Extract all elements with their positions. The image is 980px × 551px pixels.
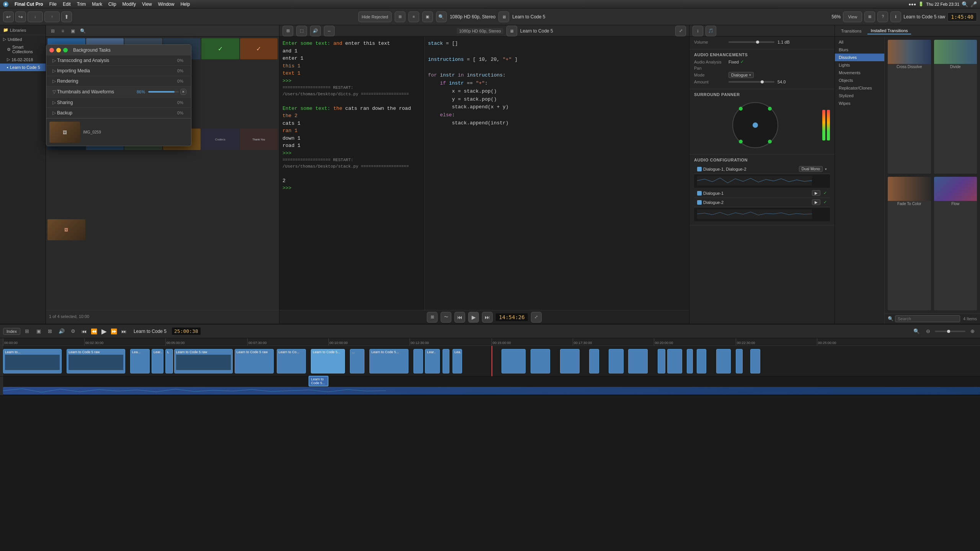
- clip-7[interactable]: Learn to Code 5 raw: [235, 349, 274, 373]
- audio-format-0[interactable]: Dual Mono: [799, 166, 823, 172]
- clip-20[interactable]: [609, 349, 623, 373]
- library-item-smart-collections[interactable]: ⚙ Smart Collections: [0, 43, 46, 55]
- audio-analysis-icon[interactable]: ✓: [740, 59, 744, 64]
- browser-thumb-6[interactable]: ✓: [240, 38, 278, 59]
- view-button[interactable]: View: [843, 11, 862, 22]
- viewer-expand-btn2[interactable]: ⤢: [531, 312, 542, 323]
- timeline-btn-5[interactable]: ⚙: [69, 327, 78, 336]
- clip-25[interactable]: [697, 349, 707, 373]
- clip-appearance-button[interactable]: ▣: [422, 11, 433, 22]
- library-item-learn[interactable]: ▪ Learn to Code 5: [0, 64, 46, 71]
- menu-edit[interactable]: Edit: [60, 1, 74, 8]
- monitor-button[interactable]: 🖥: [498, 11, 509, 22]
- close-button[interactable]: [49, 48, 54, 52]
- amount-slider-thumb[interactable]: [761, 80, 764, 83]
- index-button[interactable]: Index: [3, 328, 20, 335]
- mode-dropdown[interactable]: Dialogue ▾: [728, 72, 754, 78]
- browser-btn-1[interactable]: ⊞: [49, 27, 57, 35]
- volume-slider-thumb[interactable]: [756, 41, 759, 44]
- clip-23[interactable]: [667, 349, 682, 373]
- main-clips-area[interactable]: Learn to... Learn to Code 5 raw Lea... L…: [3, 346, 980, 376]
- undo-button[interactable]: ↩: [3, 11, 14, 22]
- browser-thumb-11[interactable]: Codecs: [201, 129, 239, 150]
- clip-13[interactable]: Lear..: [425, 349, 439, 373]
- transitions-cat-dissolves[interactable]: Dissolves: [835, 54, 884, 61]
- viewer-btn-1[interactable]: ⊞: [283, 26, 293, 36]
- transitions-cat-objects[interactable]: Objects: [835, 77, 884, 84]
- toolbar-icon-1[interactable]: ⊠: [864, 11, 875, 22]
- audio-format-1[interactable]: ▶: [812, 190, 820, 196]
- clip-5[interactable]: L: [165, 349, 173, 373]
- import-button[interactable]: ↓: [28, 11, 43, 22]
- zoom-button[interactable]: [63, 48, 68, 52]
- clip-18[interactable]: [560, 349, 580, 373]
- browser-btn-3[interactable]: ▣: [69, 27, 77, 35]
- surround-panner-circle[interactable]: [732, 102, 778, 148]
- share-button[interactable]: ⬆: [61, 11, 72, 22]
- clip-22[interactable]: [658, 349, 665, 373]
- menu-fcp[interactable]: Final Cut Pro: [11, 1, 46, 8]
- siri-icon[interactable]: 🎤: [970, 1, 977, 7]
- browser-btn-4[interactable]: 🔍: [79, 27, 87, 35]
- view-toggle-2[interactable]: ≡: [408, 11, 419, 22]
- timeline-zoom-slider[interactable]: [935, 331, 965, 332]
- viewer-waveform-btn[interactable]: 〜: [441, 312, 451, 323]
- tab-installed-transitions[interactable]: Installed Transitions: [867, 28, 911, 34]
- ruler-area[interactable]: 00:00:00 00:02:30:00 00:05:00:00 00:07:3…: [3, 338, 980, 346]
- clip-10[interactable]: ...: [350, 349, 364, 373]
- transitions-cat-blurs[interactable]: Blurs: [835, 46, 884, 54]
- hide-rejected-button[interactable]: Hide Rejected: [358, 11, 392, 22]
- clip-15[interactable]: Lea.: [452, 349, 462, 373]
- audio-track-row-1[interactable]: Dialogue-1 ▶ ✓: [694, 189, 830, 198]
- audio-checkbox-1[interactable]: [697, 191, 702, 196]
- volume-slider[interactable]: [728, 41, 774, 43]
- clip-28[interactable]: [750, 349, 760, 373]
- menu-window[interactable]: Window: [155, 1, 178, 8]
- bg-task-stop-3[interactable]: ✕: [180, 89, 186, 95]
- menu-trim[interactable]: Trim: [74, 1, 89, 8]
- clip-9[interactable]: Learn to Code 5...: [311, 349, 345, 373]
- viewer-go-end-btn[interactable]: ⏭: [482, 312, 493, 323]
- timeline-fwd-frame[interactable]: ⏩: [110, 327, 118, 336]
- clip-27[interactable]: [736, 349, 743, 373]
- transition-fade-to-color[interactable]: Fade To Color: [888, 177, 931, 311]
- timeline-play[interactable]: ▶: [100, 327, 108, 336]
- redo-button[interactable]: ↪: [15, 11, 26, 22]
- viewer-clip-btn[interactable]: ⊞: [427, 312, 438, 323]
- clip-6[interactable]: Learn to Code 5 raw: [174, 349, 233, 373]
- audio-checkbox-2[interactable]: [697, 200, 702, 205]
- transition-flow[interactable]: Flow: [934, 177, 977, 311]
- selected-clip-popup[interactable]: Learn to Code 5...: [309, 376, 328, 386]
- inspector-btn-2[interactable]: 🎵: [706, 26, 716, 36]
- browser-thumb-5[interactable]: ✓: [201, 38, 239, 59]
- clip-24[interactable]: [687, 349, 693, 373]
- viewer-play-btn[interactable]: ▶: [468, 312, 479, 323]
- timeline-btn-4[interactable]: 🔊: [57, 327, 66, 336]
- audio-track-row-2[interactable]: Dialogue-2 ▶ ✓: [694, 198, 830, 207]
- transition-divide[interactable]: Divide: [934, 40, 977, 174]
- tab-transitions[interactable]: Transitions: [838, 28, 864, 34]
- viewer-go-start-btn[interactable]: ⏮: [454, 312, 465, 323]
- menu-clip[interactable]: Clip: [105, 1, 119, 8]
- clip-11[interactable]: Learn to Code 5...: [369, 349, 408, 373]
- browser-btn-2[interactable]: ≡: [59, 27, 67, 35]
- code-editor-panel[interactable]: stack = [] instructions = [ 10, 20, "+" …: [425, 37, 689, 310]
- viewer-monitor-btn[interactable]: 🖥: [506, 26, 517, 36]
- inspector-btn-1[interactable]: i: [693, 26, 703, 36]
- transition-cross-dissolve[interactable]: Cross Dissolve: [888, 40, 931, 174]
- viewer-btn-4[interactable]: ↔: [324, 26, 335, 36]
- clip-8[interactable]: Learn to Co...: [277, 349, 306, 373]
- transitions-cat-wipes[interactable]: Wipes: [835, 99, 884, 107]
- library-item-date[interactable]: ▷ 16-02-2018: [0, 55, 46, 64]
- clip-26[interactable]: [716, 349, 731, 373]
- timeline-goto-start[interactable]: ⏮: [80, 327, 88, 336]
- timeline-btn-3[interactable]: ⊠: [46, 327, 55, 336]
- menu-modify[interactable]: Modify: [119, 1, 139, 8]
- transitions-cat-lights[interactable]: Lights: [835, 61, 884, 69]
- timeline-goto-end[interactable]: ⏭: [120, 327, 128, 336]
- menu-help[interactable]: Help: [177, 1, 193, 8]
- audio-checkbox-0[interactable]: [697, 167, 702, 171]
- viewer-btn-2[interactable]: ⬚: [296, 26, 307, 36]
- playhead[interactable]: [492, 346, 492, 376]
- library-item-untitled[interactable]: ▷ Untitled: [0, 35, 46, 43]
